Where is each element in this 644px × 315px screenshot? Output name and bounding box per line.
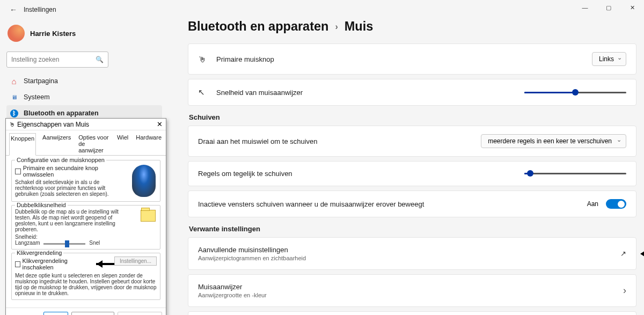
tab-pointers[interactable]: Aanwijzers: [41, 133, 72, 155]
scroll-lines-slider[interactable]: [524, 173, 626, 174]
bluetooth-icon: [10, 109, 18, 118]
pointer-sub: Aanwijzergrootte en -kleur: [198, 292, 623, 298]
dialog-tabs: Knoppen Aanwijzers Opties voor de aanwij…: [6, 130, 166, 156]
inactive-scroll-toggle[interactable]: [606, 199, 626, 209]
close-button[interactable]: ✕: [620, 0, 644, 15]
folder-icon[interactable]: [141, 210, 156, 222]
main-content: Bluetooth en apparaten › Muis 🖰 Primaire…: [188, 19, 636, 315]
scroll-wheel-row: Draai aan het muiswiel om te schuiven me…: [188, 126, 636, 157]
dialog-close-button[interactable]: ✕: [157, 120, 163, 128]
inactive-scroll-row: Inactieve vensters schuiven wanneer u de…: [188, 191, 636, 217]
breadcrumb-current: Muis: [345, 19, 374, 34]
pointer-speed-row: ↖ Snelheid van muisaanwijzer: [188, 79, 636, 106]
cancel-button[interactable]: Annuleren: [71, 312, 114, 315]
apply-button[interactable]: Toepassen: [118, 312, 162, 315]
system-icon: [10, 93, 18, 101]
mouse-illustration: [132, 165, 156, 197]
minimize-button[interactable]: —: [573, 0, 597, 15]
fast-label: Snel: [89, 240, 100, 246]
inactive-scroll-label: Inactieve vensters schuiven wanneer u de…: [198, 200, 587, 208]
mouse-icon: 🖰: [198, 55, 210, 64]
nav-bluetooth-label: Bluetooth en apparaten: [24, 109, 99, 117]
swap-buttons-desc: Schakel dit selectievakje in als u de re…: [15, 179, 109, 197]
window-controls: — ▢ ✕: [573, 0, 644, 15]
related-heading: Verwante instellingen: [189, 225, 636, 233]
app-title: Instellingen: [24, 6, 56, 13]
scroll-wheel-dropdown[interactable]: meerdere regels in een keer te verschuiv…: [481, 134, 626, 148]
button-config-legend: Configuratie van de muisknoppen: [15, 157, 106, 163]
clicklock-checkbox[interactable]: [15, 261, 20, 267]
profile-name: Harrie Kisters: [30, 30, 76, 38]
nav-home[interactable]: Startpagina: [6, 73, 162, 89]
tab-pointer-options[interactable]: Opties voor de aanwijzer: [77, 133, 111, 155]
chevron-right-icon: ›: [335, 22, 338, 32]
clicklock-settings-button[interactable]: Instellingen...: [114, 257, 157, 266]
annotation-arrow-icon: [635, 250, 644, 258]
primary-button-dropdown[interactable]: Links: [592, 52, 626, 66]
nav-system[interactable]: Systeem: [6, 89, 162, 105]
swap-buttons-checkbox[interactable]: [15, 169, 21, 174]
doubleclick-group: Dubbelkliksnelheid Dubbelklik op de map …: [11, 205, 160, 250]
inactive-scroll-state: Aan: [587, 200, 598, 208]
mouse-icon: [9, 121, 17, 128]
pointer-label: Muisaanwijzer: [198, 283, 623, 291]
annotation-arrow-icon: [93, 261, 115, 267]
multiple-displays-settings[interactable]: Meerdere beeldschermen Wijzigen hoe curs…: [188, 311, 636, 315]
clicklock-group: Klikvergrendeling Instellingen... Klikve…: [11, 253, 160, 300]
nav-system-label: Systeem: [24, 93, 50, 101]
clicklock-legend: Klikvergrendeling: [15, 250, 63, 256]
home-icon: [10, 77, 18, 85]
chevron-right-icon: [623, 285, 626, 296]
swap-buttons-label: Primaire en secundaire knop omwisselen: [23, 165, 129, 178]
additional-label: Aanvullende muisinstellingen: [198, 246, 620, 254]
speed-word: Snelheid:: [15, 234, 38, 240]
ok-button[interactable]: OK: [43, 312, 68, 315]
additional-sub: Aanwijzerpictogrammen en zichtbaarheid: [198, 255, 620, 261]
slow-label: Langzaam: [15, 240, 40, 246]
pointer-speed-label: Snelheid van muisaanwijzer: [216, 89, 303, 97]
nav-home-label: Startpagina: [24, 77, 58, 85]
tab-buttons[interactable]: Knoppen: [9, 133, 36, 156]
pointer-speed-slider[interactable]: [524, 92, 626, 93]
search-input[interactable]: [11, 56, 96, 63]
avatar: [8, 25, 25, 42]
breadcrumb-parent[interactable]: Bluetooth en apparaten: [188, 19, 328, 34]
additional-mouse-settings[interactable]: Aanvullende muisinstellingen Aanwijzerpi…: [188, 237, 636, 270]
dialog-title: Eigenschappen van Muis: [9, 121, 89, 128]
scroll-lines-row: Regels om tegelijk te schuiven: [188, 161, 636, 186]
sidebar: Harrie Kisters 🔍 Startpagina Systeem Blu…: [6, 21, 162, 121]
scroll-heading: Schuiven: [189, 113, 636, 121]
doubleclick-slider[interactable]: [43, 243, 85, 245]
doubleclick-legend: Dubbelkliksnelheid: [15, 202, 68, 208]
search-box[interactable]: 🔍: [6, 52, 108, 68]
scroll-wheel-label: Draai aan het muiswiel om te schuiven: [198, 137, 481, 145]
scroll-lines-label: Regels om tegelijk te schuiven: [198, 170, 524, 178]
button-config-group: Configuratie van de muisknoppen Primaire…: [11, 160, 160, 202]
mouse-pointer-settings[interactable]: Muisaanwijzer Aanwijzergrootte en -kleur: [188, 274, 636, 307]
back-button[interactable]: ←: [10, 5, 17, 14]
tab-wheel[interactable]: Wiel: [116, 133, 129, 155]
search-icon: 🔍: [96, 56, 104, 63]
clicklock-desc: Met deze optie kunt u selecteren en slep…: [15, 273, 157, 296]
doubleclick-desc: Dubbelklik op de map als u de instelling…: [15, 209, 120, 232]
mouse-properties-dialog: Eigenschappen van Muis ✕ Knoppen Aanwijz…: [5, 118, 166, 315]
breadcrumb: Bluetooth en apparaten › Muis: [188, 19, 636, 34]
primary-button-row: 🖰 Primaire muisknop Links: [188, 43, 636, 75]
cursor-icon: ↖: [198, 87, 210, 97]
maximize-button[interactable]: ▢: [597, 0, 620, 15]
primary-button-label: Primaire muisknop: [216, 55, 274, 63]
profile[interactable]: Harrie Kisters: [6, 21, 162, 49]
external-link-icon: ↗: [620, 250, 626, 258]
tab-hardware[interactable]: Hardware: [135, 133, 163, 155]
clicklock-label: Klikvergrendeling inschakelen: [23, 258, 89, 270]
